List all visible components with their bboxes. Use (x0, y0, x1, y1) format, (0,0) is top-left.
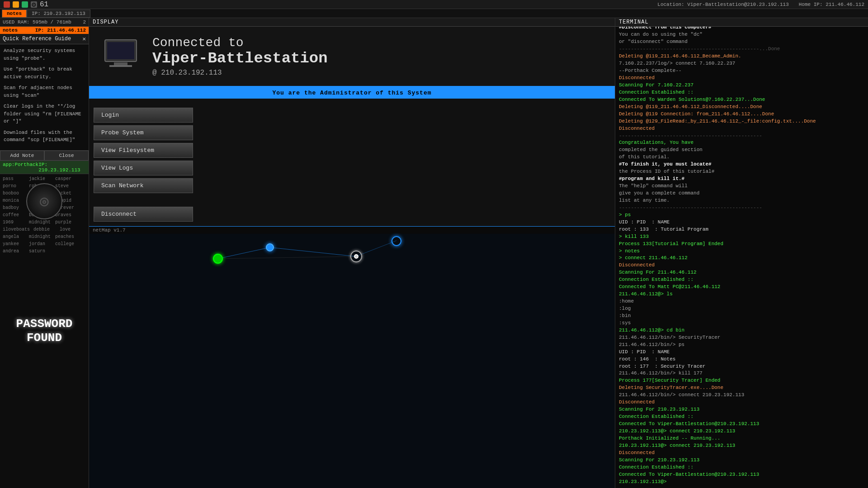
terminal-line: ----------------------------------------… (619, 204, 864, 212)
wordlist-item: debbie (33, 227, 56, 233)
tab-notes[interactable]: notes (2, 9, 27, 18)
disconnect-button[interactable]: Disconnect (94, 207, 193, 222)
terminal-line: 210.23.192.113@> connect 210.23.192.113 (619, 428, 864, 435)
guide-item-3: Clear logs in the **/log folder using "r… (4, 103, 85, 125)
net-node-white[interactable] (350, 251, 362, 262)
terminal-line: Disconnected (619, 75, 864, 82)
svg-rect-2 (114, 62, 127, 65)
quick-ref-close-icon[interactable]: ✕ (82, 35, 86, 43)
terminal-line: root : 177 : Security Tracer (619, 363, 864, 370)
terminal-line: You can do so using the "dc" (619, 31, 864, 38)
app-bar: app:Porthack IP: 210.23.192.113 (0, 161, 89, 174)
wordlist-item: iloveboats (3, 227, 30, 233)
sidebar-ram: USED RAM: 595mb / 761mb 2 (0, 18, 89, 27)
wordlist-item: jackie (29, 176, 52, 182)
terminal-line: Deleting @119_211.46.46.112_Disconnected… (619, 104, 864, 111)
terminal-line: Connection Established :: (619, 413, 864, 421)
topbar-home-ip: Home IP: 211.46.46.112 (799, 2, 864, 7)
display-main: Connected to Viper-Battlestation @ 210.2… (89, 27, 615, 488)
password-area: passjackiecasperpornorobertstevebooboobo… (0, 174, 89, 488)
close-note-button[interactable]: Close (44, 151, 89, 161)
wordlist-item: peaches (55, 234, 78, 240)
terminal-line: 210.23.192.113@> (619, 479, 864, 486)
minimize-button[interactable] (13, 1, 19, 8)
terminal-line: #Disconnect from this computer# (619, 27, 864, 31)
connected-ip: @ 210.23.192.113 (152, 69, 328, 77)
terminal-line: Scanning For 7.160.22.237 (619, 82, 864, 89)
disconnect-wrapper: Disconnect (89, 202, 615, 226)
topbar-counter: 61 (40, 0, 48, 9)
terminal-line: :log (619, 305, 864, 313)
password-found-overlay: PASSWORDFOUND (16, 317, 73, 345)
wordlist-item: college (55, 241, 78, 247)
display-header: DISPLAY (89, 18, 615, 27)
terminal-line: completed the guided section (619, 147, 864, 154)
terminal-line: Disconnected (619, 450, 864, 457)
terminal-line: Process 177[Security Tracer] Ended (619, 377, 864, 384)
terminal-line: 211.46.46.112/bin/> SecurityTracer (619, 334, 864, 341)
wordlist-item: braves (55, 212, 78, 218)
terminal-line: Congratulations, You have (619, 139, 864, 147)
maximize-button[interactable] (22, 1, 28, 8)
terminal-panel: TERMINAL Note: the wildcard "*" indicate… (615, 18, 868, 488)
topbar: ⚙ 61 Location: Viper-Battlestation@210.2… (0, 0, 868, 9)
main-layout: USED RAM: 595mb / 761mb 2 notes IP: 211.… (0, 18, 868, 488)
terminal-line: Scanning For 210.23.192.113 (619, 457, 864, 464)
terminal-line: UID : PID : NAME (619, 219, 864, 226)
app-label: app:Porthack (3, 162, 38, 173)
menu-button-login[interactable]: Login (94, 108, 193, 123)
menu-button-scan-network[interactable]: Scan Network (94, 178, 193, 193)
add-note-button[interactable]: Add Note (0, 151, 44, 161)
terminal-line: > ps (619, 212, 864, 219)
wordlist-item: casper (55, 176, 78, 182)
svg-line-5 (270, 247, 356, 256)
tab-ip[interactable]: IP: 210.23.192.113 (27, 9, 90, 18)
wordlist-item: saturn (29, 248, 52, 255)
guide-item-4: Download files with the command "scp [FI… (4, 129, 85, 144)
quick-ref-title: Quick Reference Guide (3, 36, 71, 42)
terminal-line: Connected To Viper-Battlestation@210.23.… (619, 421, 864, 428)
sidebar-ip-bar: notes IP: 211.46.46.112 (0, 27, 89, 34)
terminal-line: 211.46.46.112@> cd bin (619, 327, 864, 334)
terminal-line: 211.46.46.112@> ls (619, 291, 864, 298)
terminal-line: or "disconnect" command (619, 38, 864, 46)
close-button[interactable] (4, 1, 10, 8)
terminal-line: Deleting @119 Connection: from_211.46.46… (619, 111, 864, 118)
wordlist-item: jordan (29, 241, 52, 247)
svg-rect-3 (109, 65, 132, 67)
guide-item-0: Analyze security systems using "probe". (4, 47, 85, 62)
net-node-blue1[interactable] (266, 243, 274, 251)
terminal-line: Disconnected (619, 262, 864, 269)
ip-value: IP: 211.46.46.112 (35, 28, 86, 33)
terminal-line: 210.23.192.113@> connect 210.23.192.113 (619, 442, 864, 450)
terminal-line: Scanning For 210.23.192.113 (619, 406, 864, 413)
terminal-line: the Process ID of this tutorial# (619, 168, 864, 175)
net-node-blue2[interactable] (392, 236, 401, 246)
connected-panel: Connected to Viper-Battlestation @ 210.2… (89, 27, 615, 87)
wordlist-item: monica (3, 198, 25, 204)
menu-button-view-filesystem[interactable]: View Filesystem (94, 143, 193, 158)
terminal-line: #To finish it, you must locate# (619, 161, 864, 168)
quick-ref-content: Analyze security systems using "probe". … (0, 44, 89, 151)
terminal-line: Connected To Warden Solutions@7.160.22.2… (619, 96, 864, 104)
netmap-area (89, 234, 615, 488)
sidebar: USED RAM: 595mb / 761mb 2 notes IP: 211.… (0, 18, 89, 488)
terminal-line: > notes (619, 248, 864, 255)
admin-banner: You are the Administrator of this System (89, 87, 615, 99)
netmap-svg (89, 234, 615, 488)
terminal-line: list at any time. (619, 197, 864, 204)
terminal-line: root : 133 : Tutorial Program (619, 226, 864, 233)
terminal-line: ----------------------------------------… (619, 133, 864, 140)
terminal-line: Connection Established :: (619, 89, 864, 96)
svg-line-4 (218, 247, 270, 259)
guide-item-2: Scan for adjacent nodes using "scan" (4, 84, 85, 99)
menu-button-probe-system[interactable]: Probe System (94, 125, 193, 140)
terminal-line: 211.46.46.112/bin/> kill 177 (619, 370, 864, 377)
wordlist-item: steve (55, 183, 78, 190)
terminal-line: UID : PID : NAME (619, 349, 864, 356)
terminal-content[interactable]: Note: the wildcard "*" indicates"All".--… (615, 27, 868, 488)
net-node-green[interactable] (213, 254, 223, 264)
fingerprint-icon: ◎ (26, 183, 62, 219)
menu-button-view-logs[interactable]: View Logs (94, 161, 193, 175)
gear-button[interactable]: ⚙ (31, 1, 37, 8)
